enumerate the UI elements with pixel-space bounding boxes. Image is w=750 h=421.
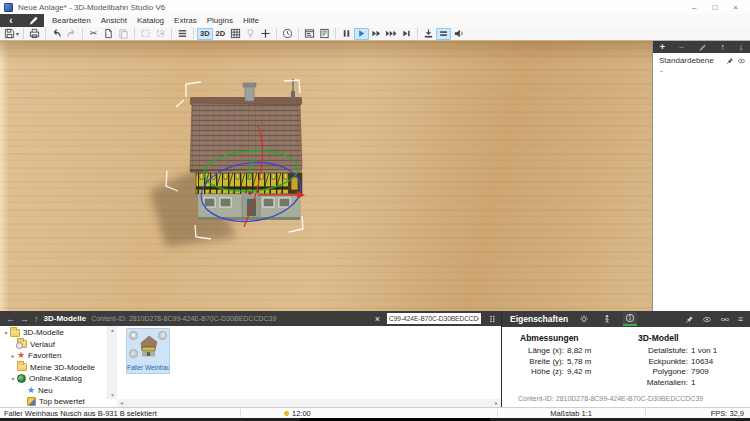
minimize-button[interactable]: –	[692, 3, 696, 12]
tab-animation[interactable]	[600, 312, 614, 326]
catalog-tree: ▾ 3D-Modelle Verlauf ▸ ★ Favoriten Meine…	[0, 326, 108, 399]
fast-forward-button[interactable]	[369, 28, 384, 40]
scroll-up-icon[interactable]: ▲	[110, 327, 115, 333]
close-button[interactable]: ×	[733, 3, 738, 12]
scroll-left-icon[interactable]: ◄	[119, 400, 124, 406]
menu-extras[interactable]: Extras	[174, 16, 197, 25]
add-object-button[interactable]	[258, 28, 273, 40]
menu-plugins[interactable]: Plugins	[207, 16, 233, 25]
view-2d-button[interactable]: 2D	[213, 28, 229, 40]
prop-row-breite: Breite (y): 5,78 m	[510, 357, 622, 368]
status-fps: FPS: 32,9	[711, 409, 744, 418]
tree-item-meine-3d-modelle[interactable]: Meine 3D-Modelle	[0, 362, 107, 374]
plus-icon	[260, 28, 271, 39]
tree-item-top-bewertet[interactable]: Top bewertet	[0, 396, 107, 408]
cut-button[interactable]: ✂	[86, 28, 101, 40]
view-3d-label: 3D	[198, 29, 212, 38]
sound-toggle-button[interactable]	[451, 28, 466, 40]
catalog-content-id: Content-ID: 2810D278-8C99-424E-B70C-D30B…	[91, 315, 368, 322]
view-3d-button[interactable]: 3D	[197, 28, 213, 40]
event-list-button[interactable]	[317, 28, 332, 40]
menu-bearbeiten[interactable]: Bearbeiten	[52, 16, 91, 25]
pause-button[interactable]	[339, 28, 354, 40]
fast-forward-icon	[371, 28, 382, 39]
results-scrollbar[interactable]: ◄ ►	[117, 399, 501, 407]
eye-icon[interactable]	[737, 57, 746, 65]
move-layer-down-button[interactable]: ↓	[739, 42, 744, 52]
prop-row-eckpunkte: Eckpunkte: 10634	[628, 357, 746, 368]
copy-button[interactable]	[101, 28, 116, 40]
tree-scrollbar[interactable]: ▲ ▼	[108, 326, 117, 399]
view-mode-button[interactable]	[486, 313, 499, 324]
layers-panel: + − ↑ ↓ Standardebene -	[652, 41, 750, 311]
redo-button[interactable]	[64, 28, 79, 40]
menu-ansicht[interactable]: Ansicht	[101, 16, 127, 25]
clock-icon	[282, 28, 293, 39]
move-layer-up-button[interactable]: ↑	[720, 42, 725, 52]
catalog-back-button[interactable]: ←	[6, 314, 15, 324]
edit-mode-button[interactable]	[22, 14, 44, 27]
tree-item-online-katalog[interactable]: ▾ Online-Katalog	[0, 373, 107, 385]
play-button[interactable]	[354, 28, 369, 40]
page-icon	[103, 28, 114, 39]
pin-icon[interactable]	[726, 57, 734, 65]
save-button[interactable]: ▾	[3, 28, 20, 40]
menu-hilfe[interactable]: Hilfe	[243, 16, 259, 25]
tree-item-verlauf[interactable]: Verlauf	[0, 339, 107, 351]
clock-button[interactable]	[280, 28, 295, 40]
viewport-3d[interactable]	[0, 41, 652, 311]
menu-icon[interactable]: ≡	[738, 314, 743, 324]
paste-button[interactable]	[116, 28, 131, 40]
properties-content-id: Content-ID: 2810D278-8C99-424E-B70C-D30B…	[518, 395, 703, 402]
drop-to-ground-button[interactable]	[421, 28, 436, 40]
settings-badge-icon[interactable]	[158, 331, 167, 340]
eye-icon[interactable]	[702, 315, 712, 324]
tree-item-3d-modelle[interactable]: ▾ 3D-Modelle	[0, 327, 107, 339]
catalog-item-faller-weinhaus[interactable]: ★ ✓ Faller Weinhaus ...	[126, 328, 170, 374]
tree-item-neu[interactable]: ★ Neu	[0, 385, 107, 397]
rename-layer-button[interactable]	[698, 43, 707, 52]
catalog-up-button[interactable]: ↑	[34, 314, 39, 324]
save-dropdown[interactable]: ▾	[16, 30, 19, 37]
scroll-down-icon[interactable]: ▼	[110, 392, 115, 398]
layers-list-button[interactable]	[175, 28, 190, 40]
light-toggle-button[interactable]	[243, 28, 258, 40]
marquee-select-button[interactable]	[138, 28, 153, 40]
catalog-item-label: Faller Weinhaus ...	[127, 364, 169, 371]
transform-select-button[interactable]	[153, 28, 168, 40]
maximize-button[interactable]: □	[712, 3, 717, 12]
undo-button[interactable]	[49, 28, 64, 40]
pin-icon[interactable]	[685, 315, 694, 324]
list-icon	[177, 28, 188, 39]
favorite-badge-icon[interactable]: ★	[129, 331, 138, 340]
catalog-search-input[interactable]	[387, 313, 481, 324]
expander-icon[interactable]: ▾	[2, 329, 10, 336]
model-faller-weinhaus[interactable]	[190, 79, 302, 220]
grid-toggle-button[interactable]	[228, 28, 243, 40]
remove-layer-button[interactable]: −	[679, 42, 684, 52]
fastest-forward-button[interactable]	[384, 28, 399, 40]
tree-item-favoriten[interactable]: ▸ ★ Favoriten	[0, 350, 107, 362]
level-toggle-button[interactable]	[436, 28, 451, 40]
tab-settings[interactable]	[577, 312, 591, 326]
prop-row-laenge: Länge (x): 8,82 m	[510, 346, 622, 357]
search-clear-button[interactable]: ×	[375, 314, 380, 324]
nav-back-button[interactable]: ‹	[0, 14, 22, 27]
scroll-right-icon[interactable]: ►	[494, 400, 499, 406]
grid-icon	[230, 28, 241, 39]
layer-row-standardebene[interactable]: Standardebene	[653, 53, 750, 65]
skip-to-end-button[interactable]	[399, 28, 414, 40]
prop-row-materialien: Materialien: 1	[628, 378, 746, 389]
print-button[interactable]	[27, 28, 42, 40]
tab-info[interactable]	[623, 312, 637, 326]
event-window-button[interactable]	[302, 28, 317, 40]
expander-icon[interactable]: ▾	[9, 375, 17, 382]
status-selection-text: Faller Weinhaus Nusch aus B-931 B selekt…	[4, 409, 157, 418]
expander-icon[interactable]: ▸	[9, 352, 17, 359]
menu-katalog[interactable]: Katalog	[137, 16, 164, 25]
printer-icon	[29, 28, 40, 39]
catalog-forward-button[interactable]: →	[20, 314, 29, 324]
check-badge-icon[interactable]: ✓	[129, 349, 138, 358]
add-layer-button[interactable]: +	[660, 42, 665, 52]
link-icon[interactable]	[720, 315, 730, 324]
